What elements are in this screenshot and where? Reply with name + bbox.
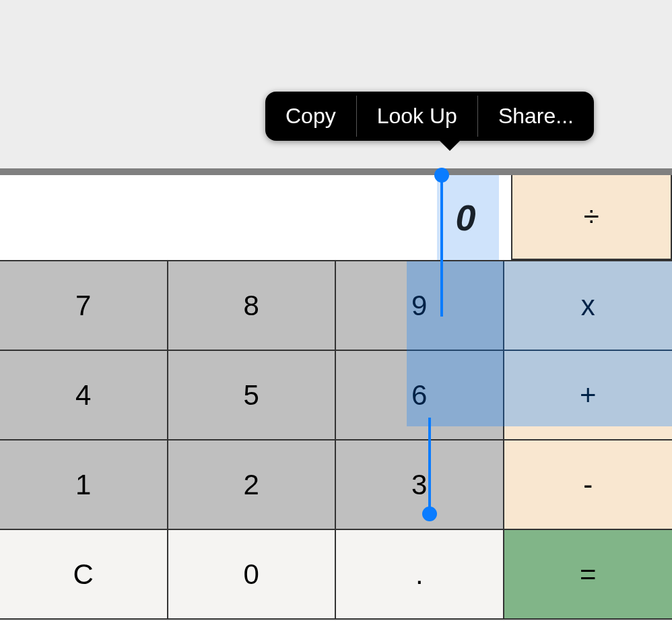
subtract-label: - [583,469,593,501]
digit-8-button[interactable]: 8 [168,261,337,351]
digit-3-label: 3 [411,469,427,501]
digit-2-label: 2 [244,469,259,501]
digit-2-button[interactable]: 2 [168,440,337,530]
digit-8-label: 8 [244,290,259,322]
top-spacer [0,0,672,168]
subtract-button[interactable]: - [504,440,673,530]
context-lookup-button[interactable]: Look Up [357,92,477,141]
digit-1-button[interactable]: 1 [0,440,168,530]
context-copy-label: Copy [285,104,336,128]
context-menu-arrow-icon [438,139,462,151]
multiply-label: x [581,290,595,322]
digit-6-label: 6 [411,379,427,412]
digit-4-label: 4 [75,379,91,412]
digit-0-button[interactable]: 0 [168,530,337,620]
context-copy-button[interactable]: Copy [265,92,356,141]
add-button[interactable]: + [504,351,673,440]
digit-5-label: 5 [244,379,259,412]
keypad: 7 8 9 x 4 5 6 + 1 2 3 - C 0 . = [0,261,672,620]
decimal-label: . [415,558,424,591]
clear-button[interactable]: C [0,530,168,620]
context-lookup-label: Look Up [377,104,457,128]
equals-label: = [580,558,597,591]
context-share-label: Share... [498,104,574,128]
display-value: 0 [455,197,475,238]
digit-1-label: 1 [75,469,91,501]
divide-button[interactable]: ÷ [512,175,673,260]
digit-7-label: 7 [75,290,91,322]
equals-button[interactable]: = [504,530,673,620]
digit-4-button[interactable]: 4 [0,351,168,440]
digit-5-button[interactable]: 5 [168,351,337,440]
digit-9-label: 9 [411,290,427,322]
divide-label: ÷ [584,201,599,233]
context-share-button[interactable]: Share... [478,92,594,141]
digit-3-button[interactable]: 3 [336,440,504,530]
clear-label: C [73,558,94,591]
context-menu: Copy Look Up Share... [265,92,594,141]
multiply-button[interactable]: x [504,261,673,351]
digit-7-button[interactable]: 7 [0,261,168,351]
decimal-button[interactable]: . [336,530,504,620]
digit-9-button[interactable]: 9 [336,261,504,351]
digit-6-button[interactable]: 6 [336,351,504,440]
top-divider [0,168,672,175]
digit-0-label: 0 [244,558,259,591]
add-label: + [580,379,597,412]
calculator-display[interactable]: 0 [0,175,512,260]
